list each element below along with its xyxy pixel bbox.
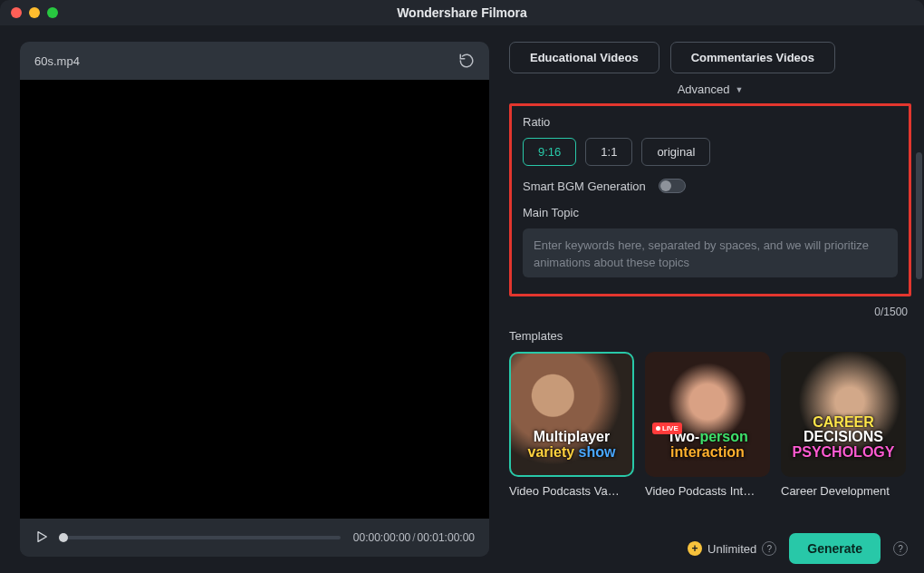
play-icon[interactable] [34,529,51,546]
template-name-2: Career Development [781,484,906,498]
video-header: 60s.mp4 [20,42,489,80]
main-topic-label: Main Topic [523,206,898,219]
video-canvas[interactable] [20,80,489,519]
ratio-options: 9:16 1:1 original [523,138,898,166]
template-name-1: Video Podcasts Int… [645,484,770,498]
seek-thumb-icon[interactable] [59,533,68,542]
toggle-knob-icon [660,180,671,191]
timecode: 00:00:00:00/00:01:00:00 [353,531,475,544]
chevron-down-icon: ▼ [735,85,743,94]
help-icon-2[interactable]: ? [893,541,908,556]
current-time: 00:00:00:00 [353,531,410,544]
template-thumb-0: Multiplayer variety show [509,352,634,477]
reload-icon[interactable] [458,53,475,69]
window-traffic-lights [11,7,58,18]
video-preview-card: 60s.mp4 00:0 [20,42,489,557]
help-icon[interactable]: ? [762,541,776,556]
close-window-icon[interactable] [11,7,22,18]
template-card-2[interactable]: CAREER DECISIONS PSYCHOLOGY Career Devel… [781,352,906,498]
footer-bar: + Unlimited ? Generate ? [688,533,908,564]
template-card-1[interactable]: LIVE Two-person interaction Video Podcas… [645,352,770,498]
templates-row: Multiplayer variety show Video Podcasts … [509,352,911,498]
fullscreen-window-icon[interactable] [47,7,58,18]
template-card-0[interactable]: Multiplayer variety show Video Podcasts … [509,352,634,498]
advanced-panel: Ratio 9:16 1:1 original Smart BGM Genera… [509,103,911,296]
seek-slider[interactable] [63,536,341,539]
ratio-original[interactable]: original [641,138,710,166]
svg-marker-0 [38,532,46,542]
char-counter: 0/1500 [509,306,908,318]
advanced-toggle[interactable]: Advanced ▼ [509,83,911,96]
advanced-label: Advanced [678,83,730,96]
unlimited-badge[interactable]: + Unlimited ? [688,541,776,556]
template-name-0: Video Podcasts Va… [509,484,634,498]
category-chip-row: Educational Videos Commentaries Videos [509,42,911,73]
video-controls: 00:00:00:00/00:01:00:00 [20,519,489,557]
chip-commentaries[interactable]: Commentaries Videos [670,42,835,73]
ratio-9-16[interactable]: 9:16 [523,138,576,166]
template-overlay-2: CAREER DECISIONS PSYCHOLOGY [781,415,906,461]
smart-bgm-toggle[interactable] [659,179,686,193]
app-title: Wondershare Filmora [0,5,924,20]
minimize-window-icon[interactable] [29,7,40,18]
main-topic-input[interactable] [523,228,898,277]
template-thumb-1: LIVE Two-person interaction [645,352,770,477]
unlimited-label: Unlimited [707,542,756,556]
chip-educational[interactable]: Educational Videos [509,42,659,73]
titlebar: Wondershare Filmora [0,0,924,25]
plus-icon: + [688,541,702,556]
scrollbar[interactable] [916,152,922,279]
templates-label: Templates [509,329,911,343]
live-badge-icon: LIVE [652,422,682,434]
smart-bgm-label: Smart BGM Generation [523,180,646,193]
template-overlay-0: Multiplayer variety show [509,430,634,461]
total-time: 00:01:00:00 [418,531,475,544]
ratio-label: Ratio [523,115,898,129]
generate-button[interactable]: Generate [789,533,881,564]
template-overlay-1: Two-person interaction [645,430,770,461]
template-thumb-2: CAREER DECISIONS PSYCHOLOGY [781,352,906,477]
video-filename: 60s.mp4 [34,54,80,68]
ratio-1-1[interactable]: 1:1 [585,138,632,166]
